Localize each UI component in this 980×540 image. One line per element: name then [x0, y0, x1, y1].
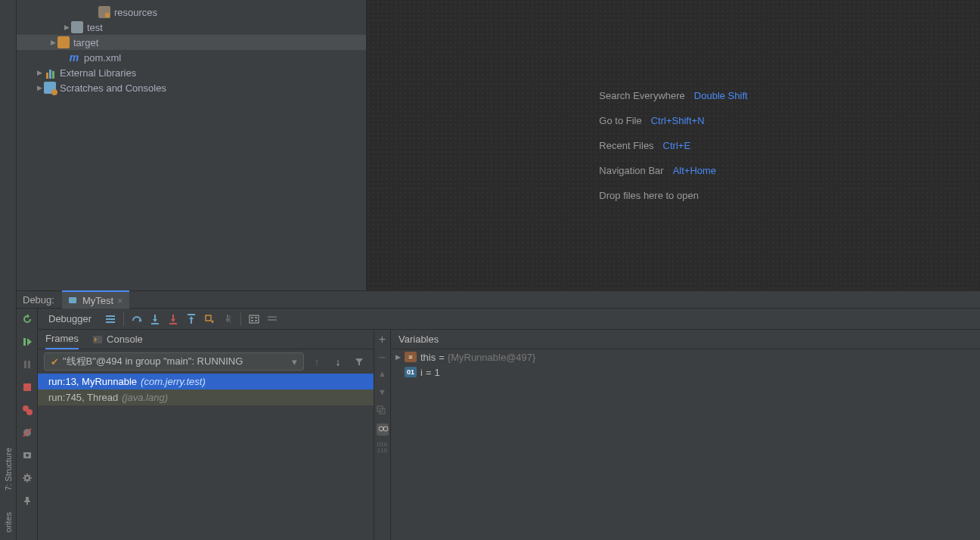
show-watches-icon[interactable] — [377, 424, 389, 436]
pin-button[interactable] — [20, 493, 35, 508]
structure-tool-button[interactable]: 7: Structure — [4, 448, 13, 491]
run-config-icon — [68, 295, 79, 306]
variable-type-icon: 01 — [405, 367, 417, 377]
project-tree[interactable]: resourcestesttargetmpom.xmlExternal Libr… — [17, 0, 367, 290]
svg-rect-6 — [23, 383, 31, 391]
console-tab[interactable]: Console — [92, 334, 143, 345]
svg-rect-5 — [28, 361, 30, 368]
tree-item-label: Scratches and Consoles — [60, 82, 166, 94]
drop-frame-icon[interactable] — [201, 311, 218, 327]
svg-rect-36 — [255, 320, 257, 321]
hint-label: Drop files here to open — [599, 190, 699, 201]
tree-item[interactable]: test — [17, 20, 366, 35]
tree-item[interactable]: target — [17, 35, 366, 50]
debug-tool-window-header: Debug: MyTest × — [17, 290, 980, 309]
frames-panel: Frames Console ✔ "线程B"@494 in group "mai… — [38, 330, 374, 540]
expand-arrow-icon[interactable] — [62, 23, 71, 31]
new-watch-icon[interactable]: + — [377, 333, 389, 345]
svg-rect-16 — [106, 321, 115, 323]
rerun-button[interactable] — [20, 312, 35, 327]
tree-item-label: target — [73, 37, 98, 48]
tree-item[interactable]: resources — [17, 5, 366, 20]
debugger-tab[interactable]: Debugger — [38, 309, 102, 330]
svg-rect-14 — [106, 315, 115, 317]
frame-text: run:745, Thread — [48, 392, 118, 403]
debug-session-tab[interactable]: MyTest × — [62, 290, 129, 309]
thread-name: "线程B"@494 in group "main": RUNNING — [63, 355, 243, 368]
hint-label: Go to File — [599, 115, 641, 126]
mute-breakpoints-button[interactable] — [20, 425, 35, 440]
editor-hint: Go to FileCtrl+Shift+N — [599, 115, 747, 126]
expand-arrow-icon[interactable]: ▶ — [395, 353, 405, 361]
pause-button[interactable] — [20, 357, 35, 372]
svg-rect-4 — [24, 361, 26, 368]
filter-frames-icon[interactable] — [351, 353, 368, 370]
variable-value: 1 — [434, 367, 439, 378]
svg-rect-34 — [255, 317, 257, 318]
variable-row[interactable]: 01i = 1 — [391, 365, 980, 380]
move-up-icon[interactable]: ▲ — [377, 369, 389, 381]
close-icon[interactable]: × — [117, 295, 123, 306]
tree-item-label: pom.xml — [84, 52, 121, 64]
variable-row[interactable]: ▶≡this = {MyRunnable@497} — [391, 349, 980, 365]
svg-rect-38 — [268, 319, 277, 321]
force-step-into-icon[interactable] — [165, 311, 181, 327]
variables-list[interactable]: ▶≡this = {MyRunnable@497}01i = 1 — [391, 349, 980, 380]
folder-y-icon — [57, 36, 70, 48]
debug-toolbar: Debugger — [38, 309, 980, 330]
prev-frame-icon[interactable]: ↑ — [309, 353, 325, 370]
step-out-icon[interactable] — [183, 311, 200, 327]
svg-rect-35 — [251, 320, 253, 321]
view-breakpoints-button[interactable] — [20, 402, 35, 417]
stack-frame[interactable]: run:745, Thread(java.lang) — [38, 389, 374, 405]
left-tool-strip: 7: Structure orites — [0, 0, 17, 540]
svg-rect-27 — [206, 315, 211, 321]
frame-package: (java.lang) — [122, 392, 168, 403]
favorites-tool-button[interactable]: orites — [4, 512, 13, 532]
remove-watch-icon[interactable]: − — [377, 351, 389, 363]
stop-button[interactable] — [20, 380, 35, 395]
svg-marker-22 — [171, 319, 175, 322]
separator — [240, 312, 241, 326]
frames-tab[interactable]: Frames — [45, 330, 79, 349]
move-down-icon[interactable]: ▼ — [377, 387, 389, 399]
variables-tab[interactable]: Variables — [399, 334, 439, 345]
binary-view-icon[interactable]: 010110 — [377, 442, 389, 454]
debug-session-name: MyTest — [82, 295, 113, 306]
folder-icon — [71, 21, 83, 33]
expand-arrow-icon[interactable] — [48, 39, 57, 46]
tree-item-label: test — [87, 22, 103, 33]
check-icon: ✔ — [51, 356, 59, 368]
thread-selector[interactable]: ✔ "线程B"@494 in group "main": RUNNING — [44, 352, 304, 371]
expand-arrow-icon[interactable] — [35, 84, 44, 92]
step-over-icon[interactable] — [129, 311, 145, 327]
run-to-cursor-icon[interactable] — [219, 311, 236, 327]
hint-label: Recent Files — [599, 140, 653, 151]
settings-button[interactable] — [20, 470, 35, 486]
resume-button[interactable] — [20, 334, 35, 349]
step-into-icon[interactable] — [147, 311, 163, 327]
frames-list[interactable]: run:13, MyRunnable(com.jerry.test)run:74… — [38, 374, 374, 540]
next-frame-icon[interactable]: ↓ — [330, 353, 346, 370]
variable-name: i — [420, 367, 423, 378]
svg-rect-37 — [268, 316, 277, 318]
trace-current-stream-chain-icon[interactable] — [264, 311, 281, 327]
evaluate-expression-icon[interactable] — [246, 311, 262, 327]
variables-rail: + − ▲ ▼ 010110 — [374, 330, 391, 540]
tree-item-label: External Libraries — [60, 67, 136, 79]
tree-item[interactable]: External Libraries — [17, 65, 366, 80]
tree-item[interactable]: Scratches and Consoles — [17, 80, 366, 95]
get-thread-dump-button[interactable] — [20, 448, 35, 463]
svg-marker-28 — [211, 321, 214, 324]
duplicate-watch-icon[interactable] — [377, 405, 389, 417]
svg-rect-15 — [106, 318, 115, 320]
expand-arrow-icon[interactable] — [35, 69, 44, 76]
svg-point-43 — [379, 427, 383, 431]
svg-rect-2 — [23, 338, 26, 346]
stack-frame[interactable]: run:13, MyRunnable(com.jerry.test) — [38, 374, 374, 389]
scratch-icon — [44, 82, 56, 94]
editor-hint: Drop files here to open — [599, 190, 747, 201]
show-execution-point-icon[interactable] — [102, 311, 119, 327]
tree-item[interactable]: mpom.xml — [17, 50, 366, 65]
debug-left-rail — [17, 309, 38, 540]
